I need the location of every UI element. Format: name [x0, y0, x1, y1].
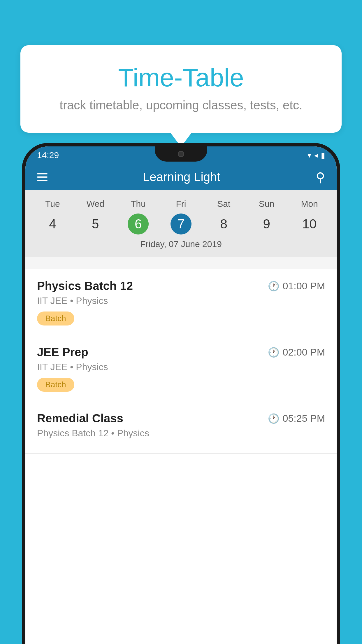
day-number: 9: [256, 214, 277, 235]
schedule-item-header: Physics Batch 12 🕐 01:00 PM: [37, 279, 325, 293]
schedule-item-title: Physics Batch 12: [37, 279, 133, 293]
phone-frame: 14:29 ▾ ◂ ▮ Learning Light ⚲ Tue4Wed5Thu…: [22, 143, 340, 644]
day-name: Mon: [301, 199, 318, 209]
day-name: Tue: [45, 199, 60, 209]
day-number: 5: [85, 214, 106, 235]
wifi-icon: ▾: [307, 151, 311, 160]
phone-notch: [155, 146, 207, 162]
day-col-wed[interactable]: Wed5: [74, 199, 117, 235]
hamburger-line-3: [37, 180, 48, 181]
speech-bubble: Time-Table track timetable, upcoming cla…: [20, 45, 342, 133]
day-col-mon[interactable]: Mon10: [288, 199, 331, 235]
day-col-thu[interactable]: Thu6: [117, 199, 160, 235]
front-camera: [178, 151, 184, 157]
day-col-fri[interactable]: Fri7: [160, 199, 203, 235]
schedule-item-subtitle: IIT JEE • Physics: [37, 295, 325, 306]
day-number: 10: [299, 214, 320, 235]
schedule-item[interactable]: Remedial Class 🕐 05:25 PM Physics Batch …: [25, 401, 337, 454]
day-col-sun[interactable]: Sun9: [245, 199, 288, 235]
clock-icon: 🕐: [268, 413, 280, 424]
calendar-section: Tue4Wed5Thu6Fri7Sat8Sun9Mon10 Friday, 07…: [25, 190, 337, 257]
day-col-tue[interactable]: Tue4: [31, 199, 74, 235]
schedule-item-time: 🕐 05:25 PM: [268, 413, 325, 424]
hamburger-line-1: [37, 173, 48, 174]
schedule-item-title: Remedial Class: [37, 412, 123, 425]
app-header: Learning Light ⚲: [25, 164, 337, 190]
day-number: 7: [171, 214, 191, 235]
day-name: Sat: [217, 199, 230, 209]
day-name: Wed: [87, 199, 104, 209]
day-name: Fri: [176, 199, 186, 209]
schedule-item-subtitle: Physics Batch 12 • Physics: [37, 428, 325, 439]
schedule-list: Physics Batch 12 🕐 01:00 PM IIT JEE • Ph…: [25, 269, 337, 644]
schedule-item-time: 🕐 01:00 PM: [268, 280, 325, 292]
schedule-item[interactable]: Physics Batch 12 🕐 01:00 PM IIT JEE • Ph…: [25, 269, 337, 335]
day-number: 8: [213, 214, 234, 235]
day-name: Sun: [259, 199, 274, 209]
day-col-sat[interactable]: Sat8: [202, 199, 245, 235]
status-time: 14:29: [37, 150, 59, 160]
phone-screen: 14:29 ▾ ◂ ▮ Learning Light ⚲ Tue4Wed5Thu…: [25, 146, 337, 644]
search-icon[interactable]: ⚲: [316, 170, 325, 185]
schedule-item-subtitle: IIT JEE • Physics: [37, 362, 325, 372]
bubble-title: Time-Table: [35, 63, 327, 92]
batch-badge: Batch: [37, 312, 74, 326]
hamburger-menu[interactable]: [37, 173, 48, 181]
day-name: Thu: [131, 199, 146, 209]
battery-icon: ▮: [321, 151, 325, 160]
days-row: Tue4Wed5Thu6Fri7Sat8Sun9Mon10: [25, 196, 337, 237]
bubble-subtitle: track timetable, upcoming classes, tests…: [35, 98, 327, 112]
selected-date-label: Friday, 07 June 2019: [25, 237, 337, 254]
hamburger-line-2: [37, 176, 48, 178]
schedule-item-header: JEE Prep 🕐 02:00 PM: [37, 346, 325, 359]
clock-icon: 🕐: [268, 281, 280, 292]
day-number: 6: [128, 214, 149, 235]
schedule-item[interactable]: JEE Prep 🕐 02:00 PM IIT JEE • Physics Ba…: [25, 335, 337, 401]
schedule-item-title: JEE Prep: [37, 346, 88, 359]
batch-badge: Batch: [37, 378, 74, 392]
status-icons: ▾ ◂ ▮: [307, 151, 325, 160]
schedule-item-time: 🕐 02:00 PM: [268, 346, 325, 358]
signal-icon: ◂: [314, 151, 318, 160]
day-number: 4: [42, 214, 63, 235]
schedule-item-header: Remedial Class 🕐 05:25 PM: [37, 412, 325, 425]
app-title: Learning Light: [143, 170, 220, 184]
clock-icon: 🕐: [268, 347, 280, 358]
